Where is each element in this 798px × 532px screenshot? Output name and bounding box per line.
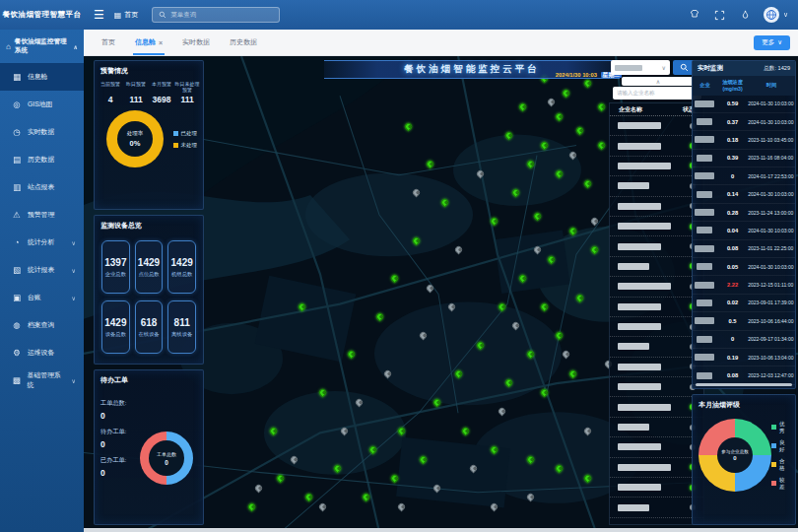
map-pin[interactable]	[547, 254, 557, 264]
device-stat-card[interactable]: 1429 设备总数	[101, 300, 130, 354]
user-avatar[interactable]	[764, 7, 779, 23]
map-pin[interactable]	[340, 426, 350, 435]
close-icon[interactable]: ×	[159, 39, 163, 46]
map-pin[interactable]	[397, 502, 407, 512]
map-pin[interactable]	[397, 426, 407, 435]
map-pin[interactable]	[332, 464, 342, 474]
realtime-table-row[interactable]: 0.19 2023-10-06 13:04:00	[693, 349, 795, 366]
map-pin[interactable]	[568, 226, 578, 235]
sidebar-item[interactable]: ◎ GIS地图	[0, 91, 84, 118]
map-pin[interactable]	[382, 368, 392, 378]
device-stat-card[interactable]: 1429 点位总数	[135, 240, 164, 294]
map-pin[interactable]	[475, 340, 485, 350]
sidebar-item[interactable]: ▦ 信息舱	[0, 63, 84, 91]
enterprise-list-row[interactable]	[610, 317, 703, 337]
map-pin[interactable]	[589, 217, 599, 227]
enterprise-select[interactable]: ∨	[611, 60, 670, 75]
map-pin[interactable]	[490, 217, 499, 227]
sidebar-item[interactable]: ▧ 统计报表 ∨	[0, 256, 84, 284]
page-tab[interactable]: 历史数据	[220, 30, 267, 55]
sidebar-item[interactable]: ▤ 历史数据	[0, 146, 84, 173]
map-pin[interactable]	[518, 274, 528, 284]
map-pin[interactable]	[368, 445, 378, 455]
map-pin[interactable]	[525, 350, 535, 360]
more-button[interactable]: 更多 ∨	[754, 35, 790, 50]
map-pin[interactable]	[268, 426, 278, 435]
realtime-table-row[interactable]: 0.28 2023-11-24 13:00:00	[693, 204, 795, 222]
sidebar-item[interactable]: ◍ 档案查询	[0, 311, 84, 339]
map-pin[interactable]	[532, 245, 542, 255]
map-pin[interactable]	[490, 445, 499, 455]
map-pin[interactable]	[532, 212, 542, 222]
map-pin[interactable]	[275, 474, 285, 484]
map-pin[interactable]	[547, 98, 557, 107]
map-pin[interactable]	[318, 502, 328, 512]
map-pin[interactable]	[575, 293, 585, 302]
map-pin[interactable]	[475, 168, 485, 178]
enterprise-list-row[interactable]	[610, 257, 703, 277]
realtime-table-row[interactable]: 0.08 2023-12-03 12:47:00	[693, 366, 795, 384]
map-pin[interactable]	[490, 502, 499, 512]
map-pin[interactable]	[354, 397, 364, 407]
realtime-table-row[interactable]: 0 2024-01-17 22:53:00	[693, 167, 795, 185]
map-pin[interactable]	[375, 311, 385, 321]
enterprise-list-row[interactable]	[610, 337, 703, 357]
map-pin[interactable]	[297, 302, 306, 312]
map-pin[interactable]	[503, 378, 513, 388]
map-pin[interactable]	[497, 302, 506, 312]
enterprise-list-row[interactable]	[610, 116, 703, 136]
enterprise-list-row[interactable]	[610, 498, 703, 517]
realtime-table-row[interactable]: 0.37 2024-01-30 10:03:00	[693, 113, 795, 131]
device-stat-card[interactable]: 811 离线设备	[167, 300, 196, 354]
map-pin[interactable]	[561, 88, 570, 98]
map-pin[interactable]	[540, 302, 550, 312]
map-pin[interactable]	[568, 368, 578, 378]
map-pin[interactable]	[303, 493, 313, 502]
map-pin[interactable]	[554, 112, 564, 122]
chevron-down-icon[interactable]: ∨	[783, 11, 788, 19]
map-pin[interactable]	[597, 140, 607, 150]
sidebar-item[interactable]: ▩ 基础管理系统 ∨	[0, 366, 84, 394]
device-stat-card[interactable]: 1429 机组总数	[167, 240, 196, 294]
enterprise-list-row[interactable]	[610, 298, 703, 317]
realtime-table-row[interactable]: 0.04 2024-01-30 10:03:00	[693, 222, 795, 239]
map-pin[interactable]	[254, 483, 264, 493]
realtime-table-row[interactable]: 0.08 2023-11-01 22:25:00	[693, 240, 795, 258]
sidebar-item[interactable]: ◔ 统计分析 ∨	[0, 229, 84, 256]
sidebar-item[interactable]: ◷ 实时数据	[0, 118, 84, 146]
flame-icon[interactable]	[738, 7, 754, 23]
sidebar-item[interactable]: ⚠ 预警管理	[0, 201, 84, 229]
map-pin[interactable]	[518, 102, 528, 112]
enterprise-list-row[interactable]	[610, 358, 703, 377]
map-pin[interactable]	[461, 426, 471, 435]
map-pin[interactable]	[418, 331, 428, 341]
enterprise-list-row[interactable]	[610, 437, 703, 457]
map-pin[interactable]	[503, 131, 513, 141]
map-pin[interactable]	[389, 274, 399, 284]
map-pin[interactable]	[582, 474, 592, 484]
horizontal-scrollbar[interactable]	[84, 528, 798, 532]
realtime-table-row[interactable]: 2.22 2023-12-15 01:11:00	[693, 276, 795, 294]
map-pin[interactable]	[525, 454, 535, 464]
map-pin[interactable]	[582, 178, 592, 188]
map-pin[interactable]	[589, 245, 599, 255]
map-pin[interactable]	[411, 188, 421, 198]
enterprise-list-row[interactable]	[610, 217, 703, 236]
map-pin[interactable]	[426, 283, 435, 293]
map-pin[interactable]	[411, 235, 421, 245]
enterprise-name-input[interactable]: 请输入企业名称	[613, 87, 701, 100]
sidebar-item[interactable]: ⚙ 运维设备	[0, 339, 84, 366]
enterprise-list-row[interactable]	[610, 397, 703, 417]
enterprise-list-row[interactable]	[610, 157, 703, 176]
realtime-table-row[interactable]: 0.02 2023-09-01 17:39:00	[693, 295, 795, 312]
map-pin[interactable]	[454, 245, 464, 255]
map-pin[interactable]	[511, 321, 521, 331]
map-pin[interactable]	[540, 140, 550, 150]
page-tab[interactable]: 实时数据	[172, 30, 220, 55]
collapse-handle[interactable]: ∧	[622, 77, 695, 86]
realtime-table-row[interactable]: 0.05 2024-01-30 10:03:00	[693, 258, 795, 276]
map-pin[interactable]	[468, 464, 478, 474]
map-pin[interactable]	[540, 388, 550, 398]
map-pin[interactable]	[554, 464, 564, 474]
enterprise-list-row[interactable]	[610, 236, 703, 256]
